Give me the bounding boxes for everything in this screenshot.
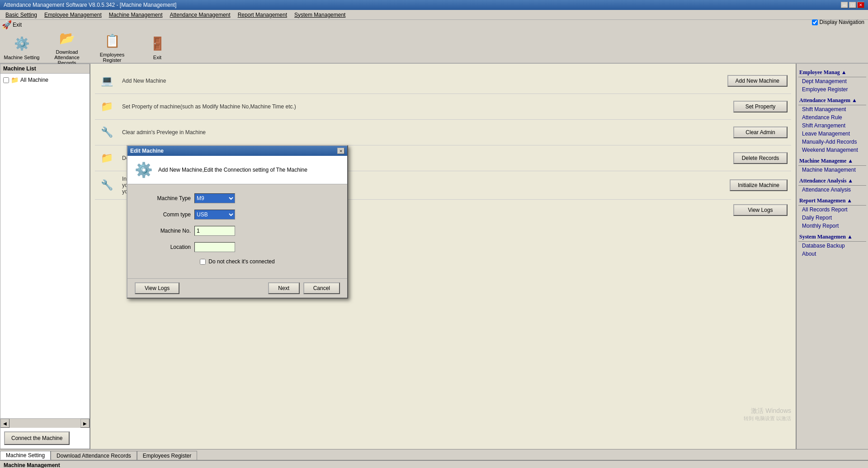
tab-employees-register[interactable]: Employees Register	[137, 451, 197, 460]
display-navigation-checkbox[interactable]	[812, 19, 818, 25]
location-input[interactable]	[194, 242, 235, 252]
dialog-header-area: ⚙️ Add New Machine,Edit the Connection s…	[127, 156, 347, 184]
machine-no-row: Machine No.	[146, 226, 329, 236]
menu-machine-management[interactable]: Machine Management	[105, 11, 166, 19]
do-not-check-label: Do not check it's connected	[208, 258, 274, 265]
toolbar-exit[interactable]: 🚪 Exit	[139, 33, 175, 60]
location-label: Location	[146, 244, 191, 250]
close-button[interactable]: ✕	[857, 2, 864, 8]
tab-download-attendance[interactable]: Download Attendance Records	[51, 451, 137, 460]
dialog-next-button[interactable]: Next	[268, 282, 300, 294]
toolbar-exit-label: Exit	[153, 55, 161, 60]
menu-report-management[interactable]: Report Management	[234, 11, 291, 19]
machine-setting-icon: ⚙️	[11, 33, 33, 55]
dialog-cancel-button[interactable]: Cancel	[303, 282, 340, 294]
restore-button[interactable]: □	[849, 2, 856, 8]
dialog-header-text: Add New Machine,Edit the Connection sett…	[158, 167, 307, 173]
comm-type-label: Comm type	[146, 211, 191, 218]
status-text: Machine Management	[4, 462, 60, 468]
toolbar-machine-setting[interactable]: ⚙️ Machine Setting	[4, 33, 40, 60]
do-not-check-checkbox[interactable]	[200, 259, 206, 265]
toolbar-employees-label: Employees Register	[94, 52, 130, 63]
do-not-check-row: Do not check it's connected	[146, 258, 329, 265]
exit-icon: 🚪	[146, 33, 168, 55]
menu-system-management[interactable]: System Management	[291, 11, 349, 19]
dialog-title-text: Edit Machine	[130, 148, 164, 154]
dialog-action-buttons: Next Cancel	[268, 282, 340, 294]
title-bar-text: Attendance Management Software V8.0.5.34…	[4, 2, 176, 8]
toolbar-employees-register[interactable]: 📋 Employees Register	[94, 30, 130, 63]
main-area: Machine List 📁 All Machine ◀ ▶ Connect t…	[0, 64, 868, 449]
title-bar-buttons: ─ □ ✕	[841, 2, 864, 8]
exit-row: 🚀 Exit	[0, 20, 868, 30]
machine-no-label: Machine No.	[146, 228, 191, 234]
dialog-body: Machine Type M9 M3 M5 M7 Comm type USB T…	[127, 184, 347, 278]
minimize-button[interactable]: ─	[841, 2, 848, 8]
dialog-header-icon: ⚙️	[135, 161, 153, 178]
dialog-title-bar: Edit Machine ✕	[127, 146, 347, 156]
machine-type-select[interactable]: M9 M3 M5 M7	[194, 193, 235, 203]
tab-machine-setting[interactable]: Machine Setting	[0, 451, 51, 460]
menu-basic-setting[interactable]: Basic Setting	[2, 11, 41, 19]
status-bar: Machine Management	[0, 460, 868, 468]
dialog-close-button[interactable]: ✕	[337, 148, 344, 154]
toolbar: ⚙️ Machine Setting 📂 Download Attendance…	[0, 30, 868, 64]
toolbar-machine-setting-label: Machine Setting	[4, 55, 40, 60]
display-navigation-label: Display Navigation	[820, 19, 864, 25]
machine-type-row: Machine Type M9 M3 M5 M7	[146, 193, 329, 203]
edit-machine-dialog: Edit Machine ✕ ⚙️ Add New Machine,Edit t…	[127, 145, 348, 299]
menu-bar: Basic Setting Employee Management Machin…	[0, 10, 868, 20]
employees-register-icon: 📋	[101, 30, 123, 52]
machine-no-input[interactable]	[194, 226, 235, 236]
location-row: Location	[146, 242, 329, 252]
download-attendance-icon: 📂	[56, 28, 78, 49]
dialog-footer: View Logs Next Cancel	[127, 278, 347, 298]
exit-label[interactable]: Exit	[13, 22, 22, 28]
dialog-view-logs-button[interactable]: View Logs	[135, 282, 179, 294]
bottom-tabs: Machine Setting Download Attendance Reco…	[0, 449, 868, 460]
comm-type-select[interactable]: USB TCP/IP RS232	[194, 210, 235, 220]
modal-overlay: Edit Machine ✕ ⚙️ Add New Machine,Edit t…	[0, 64, 868, 449]
display-navigation-area: Display Navigation	[812, 19, 864, 25]
title-bar: Attendance Management Software V8.0.5.34…	[0, 0, 868, 10]
menu-employee-management[interactable]: Employee Management	[41, 11, 105, 19]
toolbar-download-attendance[interactable]: 📂 Download Attendance Records	[49, 28, 85, 66]
comm-type-row: Comm type USB TCP/IP RS232	[146, 210, 329, 220]
menu-attendance-management[interactable]: Attendance Management	[166, 11, 234, 19]
machine-type-label: Machine Type	[146, 195, 191, 201]
toolbar-download-label: Download Attendance Records	[49, 49, 85, 66]
